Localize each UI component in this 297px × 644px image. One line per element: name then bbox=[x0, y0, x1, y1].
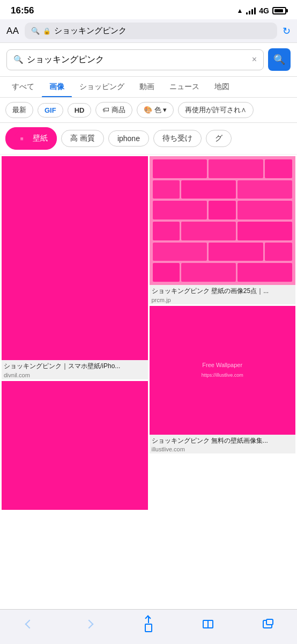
lock-icon: 🔒 bbox=[43, 27, 51, 35]
tab-all[interactable]: すべて bbox=[4, 77, 42, 97]
filter-recent[interactable]: 最新 bbox=[5, 102, 33, 118]
battery bbox=[272, 7, 286, 14]
signal-bars bbox=[246, 7, 256, 14]
chip-label-hq: 高 画質 bbox=[70, 134, 95, 143]
filter-gif[interactable]: GIF bbox=[38, 103, 63, 118]
browser-nav-bar: AA 🔍 🔒 ショッキングピンク ↻ bbox=[0, 19, 297, 43]
address-text: ショッキングピンク bbox=[54, 26, 127, 36]
chip-label-wallpaper: 壁紙 bbox=[33, 134, 48, 143]
status-bar: 16:56 ▲ 4G bbox=[0, 0, 297, 19]
search-submit-button[interactable]: 🔍 bbox=[268, 48, 291, 71]
tab-shopping[interactable]: ショッピング bbox=[72, 77, 132, 97]
search-bar: 🔍 ショッキングピンク × 🔍 bbox=[0, 43, 297, 77]
chip-wallpaper[interactable]: ≡ 壁紙 bbox=[5, 127, 57, 150]
image-caption-1: ショッキングピンク｜スマホ壁紙/iPho... divnil.com bbox=[2, 360, 148, 379]
image-domain-4: illustlive.com bbox=[152, 446, 294, 452]
tab-news[interactable]: ニュース bbox=[162, 77, 207, 97]
image-solid-pink-1 bbox=[2, 156, 148, 360]
search-icon-nav: 🔍 bbox=[31, 27, 40, 35]
back-button[interactable] bbox=[18, 615, 41, 633]
location-icon: ▲ bbox=[236, 7, 243, 14]
address-bar[interactable]: 🔍 🔒 ショッキングピンク bbox=[25, 23, 277, 39]
bottom-bar bbox=[0, 609, 297, 644]
refresh-button[interactable]: ↻ bbox=[283, 25, 291, 37]
image-card-4[interactable]: Free Wallpaper https://illustlive.com ショ… bbox=[150, 306, 296, 454]
forward-icon bbox=[85, 620, 94, 629]
status-time: 16:56 bbox=[11, 5, 34, 16]
chips-bar: ≡ 壁紙 高 画質 iphone 待ち受け グ bbox=[0, 123, 297, 155]
tabs-button[interactable] bbox=[256, 615, 279, 633]
brick-image bbox=[150, 156, 296, 285]
search-clear-button[interactable]: × bbox=[252, 55, 257, 64]
search-icon-input: 🔍 bbox=[13, 55, 24, 64]
chip-standby[interactable]: 待ち受け bbox=[153, 130, 202, 147]
image-col-2: ショッキングピンク 壁紙の画像25点｜... prcm.jp Free Wall… bbox=[150, 156, 296, 510]
chip-hq[interactable]: 高 画質 bbox=[61, 130, 104, 147]
filter-products[interactable]: 🏷 商品 bbox=[95, 102, 132, 118]
chip-other[interactable]: グ bbox=[206, 130, 232, 147]
bookmarks-button[interactable] bbox=[196, 615, 220, 633]
chip-label-iphone: iphone bbox=[117, 134, 140, 143]
search-input[interactable]: ショッキングピンク bbox=[27, 54, 249, 65]
tab-bar: すべて 画像 ショッピング 動画 ニュース 地図 bbox=[0, 77, 297, 98]
image-domain-1: divnil.com bbox=[4, 372, 146, 378]
forward-button[interactable] bbox=[77, 615, 101, 633]
image-caption-2: ショッキングピンク 壁紙の画像25点｜... prcm.jp bbox=[150, 285, 296, 304]
tab-video[interactable]: 動画 bbox=[132, 77, 162, 97]
tab-images[interactable]: 画像 bbox=[42, 77, 72, 97]
chip-label-other: グ bbox=[215, 134, 222, 143]
share-box bbox=[145, 624, 152, 632]
image-title-1: ショッキングピンク｜スマホ壁紙/iPho... bbox=[4, 362, 146, 371]
image-title-4: ショッキングピンク 無料の壁紙画像集... bbox=[152, 437, 294, 445]
image-solid-pink-2 bbox=[2, 381, 148, 510]
share-icon bbox=[145, 617, 152, 632]
network-label: 4G bbox=[259, 6, 269, 15]
image-domain-2: prcm.jp bbox=[152, 297, 294, 303]
book-icon bbox=[203, 620, 213, 628]
filter-reuse[interactable]: 再使用が許可され∧ bbox=[178, 102, 254, 118]
tabs-icon bbox=[263, 620, 272, 628]
chip-iphone[interactable]: iphone bbox=[108, 130, 149, 147]
back-icon bbox=[25, 620, 34, 629]
image-grid: ショッキングピンク｜スマホ壁紙/iPho... divnil.com bbox=[0, 155, 297, 511]
search-button-icon: 🔍 bbox=[273, 54, 285, 65]
search-input-wrapper[interactable]: 🔍 ショッキングピンク × bbox=[6, 49, 264, 70]
image-title-2: ショッキングピンク 壁紙の画像25点｜... bbox=[152, 287, 294, 296]
font-size-control[interactable]: AA bbox=[6, 26, 19, 36]
wallpaper-image: Free Wallpaper https://illustlive.com bbox=[150, 306, 296, 435]
tab-map[interactable]: 地図 bbox=[207, 77, 237, 97]
chip-label-standby: 待ち受け bbox=[162, 134, 192, 143]
image-card-3[interactable] bbox=[2, 381, 148, 510]
image-caption-4: ショッキングピンク 無料の壁紙画像集... illustlive.com bbox=[150, 435, 296, 454]
wallpaper-watermark: Free Wallpaper https://illustlive.com bbox=[202, 361, 243, 379]
share-arrow bbox=[148, 617, 149, 623]
image-card-1[interactable]: ショッキングピンク｜スマホ壁紙/iPho... divnil.com bbox=[2, 156, 148, 379]
share-button[interactable] bbox=[137, 615, 160, 633]
filter-bar: 最新 GIF HD 🏷 商品 🎨 色 ▾ 再使用が許可され∧ bbox=[0, 98, 297, 123]
filter-color[interactable]: 🎨 色 ▾ bbox=[137, 102, 174, 118]
image-card-2[interactable]: ショッキングピンク 壁紙の画像25点｜... prcm.jp bbox=[150, 156, 296, 304]
filter-hd[interactable]: HD bbox=[68, 103, 92, 118]
status-icons: ▲ 4G bbox=[236, 6, 286, 15]
image-col-1: ショッキングピンク｜スマホ壁紙/iPho... divnil.com bbox=[2, 156, 148, 510]
chip-icon-wallpaper: ≡ bbox=[14, 131, 29, 146]
